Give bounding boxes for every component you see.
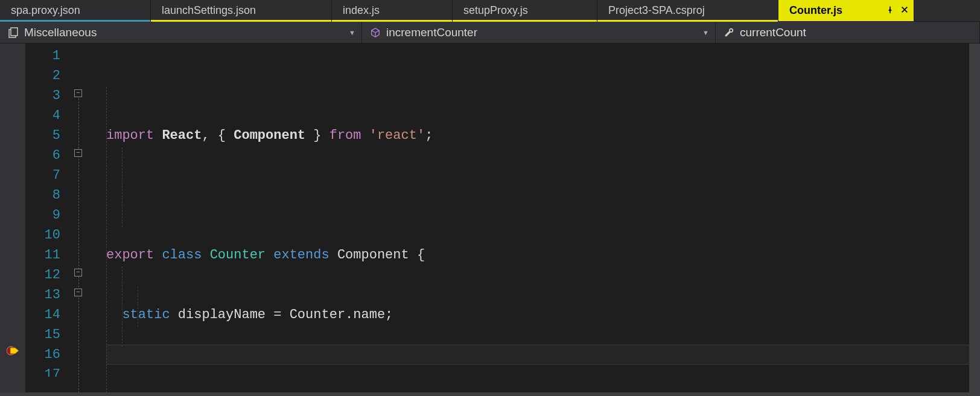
tab-counter-js-active[interactable]: Counter.js <box>778 0 914 21</box>
fold-toggle[interactable]: − <box>74 269 82 276</box>
line-number: 6 <box>25 145 60 165</box>
close-icon[interactable] <box>900 5 909 16</box>
line-number: 9 <box>25 205 60 225</box>
line-number: 2 <box>25 66 60 86</box>
chevron-down-icon: ▼ <box>349 29 355 36</box>
line-number: 1 <box>25 46 60 66</box>
chevron-down-icon: ▼ <box>702 29 709 36</box>
code-editor[interactable]: 1 2 3 4 5 6 7 8 9 10 11 12 13 14 15 16 1… <box>0 43 980 396</box>
tab-label: Counter.js <box>789 4 886 17</box>
nav-method-dropdown[interactable]: incrementCounter ▼ <box>362 22 716 43</box>
fold-toggle[interactable]: − <box>74 89 82 97</box>
line-number: 15 <box>25 325 60 345</box>
current-line-highlight <box>106 345 975 365</box>
fold-gutter[interactable]: − − − − <box>71 43 106 396</box>
line-number: 16 <box>25 345 60 365</box>
tab-index-js[interactable]: index.js <box>332 0 453 21</box>
line-number: 3 <box>25 86 60 106</box>
breakpoint-gutter[interactable] <box>0 43 25 396</box>
cube-icon <box>369 27 381 39</box>
line-number: 5 <box>25 126 60 145</box>
line-number-gutter: 1 2 3 4 5 6 7 8 9 10 11 12 13 14 15 16 1… <box>25 43 71 396</box>
line-number: 14 <box>25 305 60 325</box>
nav-project-dropdown[interactable]: Miscellaneous ▼ <box>0 22 362 43</box>
files-icon <box>7 27 19 39</box>
navigation-bar: Miscellaneous ▼ incrementCounter ▼ curre… <box>0 22 980 43</box>
line-number: 17 <box>25 365 60 377</box>
svg-rect-1 <box>11 28 18 36</box>
code-area[interactable]: import React, { Component } from 'react'… <box>106 43 980 396</box>
tab-label: setupProxy.js <box>463 4 586 17</box>
horizontal-scrollbar[interactable] <box>0 392 980 396</box>
tab-bar: spa.proxy.json launchSettings.json index… <box>0 0 980 22</box>
tab-label: Project3-SPA.csproj <box>608 4 767 17</box>
tab-label: index.js <box>343 4 441 17</box>
nav-member-dropdown[interactable]: currentCount <box>716 22 980 43</box>
nav-project-label: Miscellaneous <box>24 26 97 39</box>
line-number: 7 <box>25 165 60 185</box>
vertical-scrollbar[interactable] <box>969 43 980 394</box>
tab-setup-proxy[interactable]: setupProxy.js <box>453 0 597 21</box>
tab-spa-proxy[interactable]: spa.proxy.json <box>0 0 151 21</box>
line-number: 13 <box>25 285 60 305</box>
line-number: 8 <box>25 185 60 205</box>
line-number: 10 <box>25 225 60 245</box>
wrench-icon <box>723 27 735 39</box>
tab-label: spa.proxy.json <box>11 4 139 17</box>
fold-toggle[interactable]: − <box>74 149 82 157</box>
nav-member-label: currentCount <box>740 26 806 39</box>
line-number: 12 <box>25 265 60 285</box>
tab-launch-settings[interactable]: launchSettings.json <box>151 0 332 21</box>
pin-icon[interactable] <box>886 5 894 16</box>
breakpoint-arrow-icon[interactable] <box>5 345 22 357</box>
tab-label: launchSettings.json <box>162 4 320 17</box>
nav-method-label: incrementCounter <box>386 26 477 39</box>
tab-csproj[interactable]: Project3-SPA.csproj <box>597 0 778 21</box>
line-number: 11 <box>25 245 60 265</box>
line-number: 4 <box>25 106 60 126</box>
fold-toggle[interactable]: − <box>74 289 82 296</box>
